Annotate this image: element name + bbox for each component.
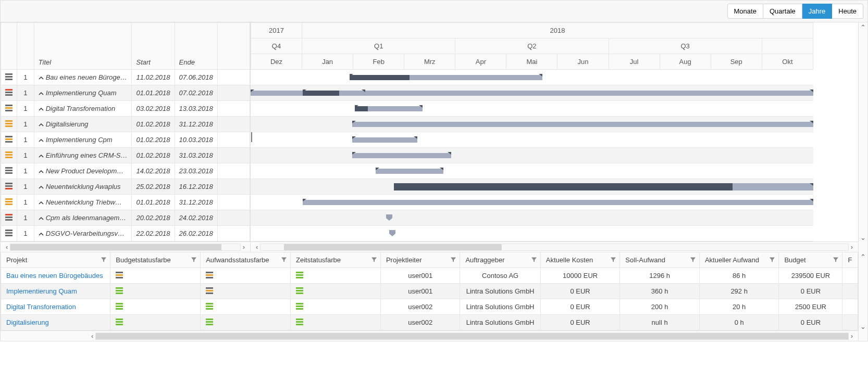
gantt-row[interactable]: 1 Implementierung Quam 01.01.2018 07.02.…	[1, 85, 250, 101]
gantt-row[interactable]: 1 Implementierung Cpm 01.02.2018 10.03.2…	[1, 132, 250, 148]
col-zeit[interactable]: Zeitstatusfarbe	[291, 252, 381, 268]
scroll-up-icon[interactable]: ⌃	[859, 252, 867, 262]
filter-icon[interactable]	[690, 256, 696, 264]
row-title: Neuentwicklung Triebw…	[46, 198, 122, 206]
heute-button[interactable]: Heute	[832, 4, 863, 19]
scroll-left-icon[interactable]: ‹	[89, 332, 95, 340]
filter-icon[interactable]	[833, 256, 839, 264]
scroll-down-icon[interactable]: ⌄	[859, 322, 867, 332]
scroll-left-icon[interactable]: ‹	[4, 243, 10, 251]
row-start: 11.02.2018	[132, 70, 175, 85]
project-row[interactable]: Bau eines neuen Bürogebäudes user001 Con…	[1, 268, 858, 284]
col-soll[interactable]: Soll-Aufwand	[620, 252, 700, 268]
scroll-right-icon[interactable]: ›	[849, 332, 855, 340]
gantt-row[interactable]: 1 New Product Developm… 14.02.2018 23.03…	[1, 163, 250, 179]
gantt-bar[interactable]	[355, 105, 423, 112]
timeline-h-scrollbar[interactable]: ‹ ›	[251, 241, 858, 252]
collapse-icon[interactable]	[39, 120, 44, 128]
project-row[interactable]: Implementierung Quam user001 Lintra Solu…	[1, 284, 858, 299]
filter-icon[interactable]	[101, 256, 107, 264]
filter-icon[interactable]	[371, 256, 377, 264]
gantt-row[interactable]: 1 Neuentwicklung Triebw… 01.01.2018 31.1…	[1, 195, 250, 210]
project-detail-grid: ProjektBudgetstatusfarbeAufwandsstatusfa…	[0, 252, 868, 341]
status-flag-icon	[296, 287, 303, 294]
collapse-icon[interactable]	[39, 105, 44, 112]
gantt-row[interactable]: 1 Cpm als Ideenmanagem… 20.02.2018 24.02…	[1, 210, 250, 226]
filter-icon[interactable]	[450, 256, 456, 264]
monate-button[interactable]: Monate	[727, 4, 763, 19]
quartale-button[interactable]: Quartale	[763, 4, 802, 19]
col-ende[interactable]: Ende	[175, 23, 217, 70]
status-flag-icon	[5, 214, 13, 221]
project-actual-effort: 86 h	[699, 268, 779, 284]
project-link[interactable]: Implementierung Quam	[1, 284, 110, 299]
collapse-icon[interactable]	[39, 73, 44, 81]
month-cell: Dez	[251, 54, 302, 70]
collapse-icon[interactable]	[39, 167, 44, 175]
col-titel[interactable]: Titel	[34, 23, 132, 70]
col-auftraggeber[interactable]: Auftraggeber	[460, 252, 540, 268]
collapse-icon[interactable]	[39, 151, 44, 159]
col-start[interactable]: Start	[132, 23, 175, 70]
row-end: 31.12.2018	[175, 195, 217, 210]
filter-icon[interactable]	[191, 256, 197, 264]
scroll-right-icon[interactable]: ›	[849, 243, 855, 251]
collapse-icon[interactable]	[39, 214, 44, 222]
gantt-bar[interactable]	[352, 136, 417, 144]
gantt-bar[interactable]	[352, 152, 451, 159]
scroll-down-icon[interactable]: ⌄	[859, 233, 867, 243]
scroll-left-icon[interactable]: ‹	[254, 243, 260, 251]
col-leiter[interactable]: Projektleiter	[380, 252, 460, 268]
col-budgetv[interactable]: Budget	[779, 252, 842, 268]
collapse-icon[interactable]	[39, 136, 44, 144]
gantt-row[interactable]: 1 Digital Transforemation 03.02.2018 13.…	[1, 101, 250, 117]
gantt-v-scrollbar[interactable]: ⌃ ⌄	[858, 22, 867, 252]
filter-icon[interactable]	[610, 256, 616, 264]
col-projekt[interactable]: Projekt	[1, 252, 110, 268]
lower-v-scrollbar[interactable]: ⌃ ⌄	[858, 252, 867, 341]
filter-icon[interactable]	[769, 256, 775, 264]
collapse-icon[interactable]	[39, 183, 44, 190]
gantt-timeline[interactable]: 2017 2018 Q4 Q1 Q2 Q3 DezJanFebMrzAprMai…	[251, 22, 858, 252]
collapse-icon[interactable]	[39, 230, 44, 237]
gantt-bar[interactable]	[352, 121, 813, 128]
gantt-bar[interactable]	[303, 90, 365, 97]
col-aufwand[interactable]: Aufwandsstatusfarbe	[201, 252, 291, 268]
milestone-icon[interactable]	[388, 229, 396, 239]
gantt-bar[interactable]	[303, 199, 813, 206]
filter-icon[interactable]	[281, 256, 287, 264]
milestone-icon[interactable]	[385, 213, 393, 223]
project-link[interactable]: Digital Transforemation	[1, 299, 110, 315]
gantt-bar[interactable]	[350, 74, 542, 81]
scroll-up-icon[interactable]: ⌃	[859, 22, 867, 32]
gantt-bar[interactable]	[376, 168, 443, 175]
col-budget[interactable]: Budgetstatusfarbe	[110, 252, 201, 268]
collapse-icon[interactable]	[39, 198, 44, 206]
col-kosten[interactable]: Aktuelle Kosten	[540, 252, 620, 268]
timeline-row	[251, 70, 813, 85]
filter-icon[interactable]	[531, 256, 537, 264]
timeline-row	[251, 210, 813, 226]
left-h-scrollbar[interactable]: ‹ ›	[1, 241, 250, 252]
collapse-icon[interactable]	[39, 89, 44, 97]
gantt-row[interactable]: 1 DSGVO-Verarbeitungsv… 22.02.2018 26.02…	[1, 226, 250, 241]
year-2018: 2018	[302, 23, 813, 39]
project-row[interactable]: Digital Transforemation user002 Lintra S…	[1, 299, 858, 315]
gantt-bar[interactable]	[394, 183, 813, 190]
row-end: 26.02.2018	[175, 226, 217, 241]
col-aktuell[interactable]: Aktueller Aufwand	[699, 252, 779, 268]
jahre-button[interactable]: Jahre	[802, 4, 833, 19]
lower-h-scrollbar[interactable]: ‹ ›	[1, 330, 858, 341]
gantt-row[interactable]: 1 Digitalisierung 01.02.2018 31.12.2018	[1, 117, 250, 132]
project-link[interactable]: Bau eines neuen Bürogebäudes	[1, 268, 110, 284]
gantt-row[interactable]: 1 Einführung eines CRM-S… 01.02.2018 31.…	[1, 148, 250, 163]
project-row[interactable]: Digitalisierung user002 Lintra Solutions…	[1, 315, 858, 330]
row-id: 1	[17, 132, 34, 148]
row-end: 07.06.2018	[175, 70, 217, 85]
gantt-row[interactable]: 1 Bau eines neuen Büroge… 11.02.2018 07.…	[1, 70, 250, 85]
gantt-row[interactable]: 1 Neuentwicklung Awaplus 25.02.2018 16.1…	[1, 179, 250, 195]
scroll-right-icon[interactable]: ›	[241, 243, 247, 251]
row-start: 22.02.2018	[132, 226, 175, 241]
month-cell: Jun	[557, 54, 609, 70]
project-link[interactable]: Digitalisierung	[1, 315, 110, 330]
